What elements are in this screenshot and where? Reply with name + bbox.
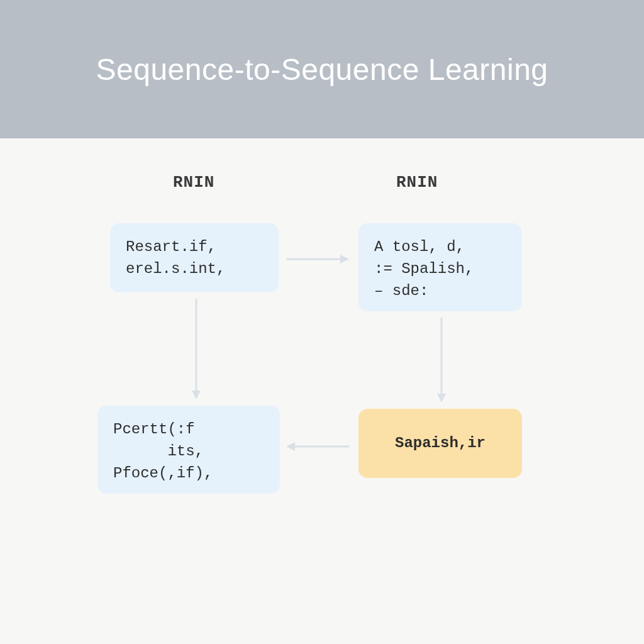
header-banner: Sequence-to-Sequence Learning (0, 0, 644, 138)
svg-marker-7 (286, 442, 295, 451)
rnn-label-left: RNIN (173, 173, 214, 192)
page-title: Sequence-to-Sequence Learning (96, 52, 548, 87)
node-bottom-right: Sapaish,ir (358, 409, 522, 478)
svg-marker-3 (192, 391, 201, 399)
arrow-left-icon (286, 439, 349, 454)
diagram-canvas: RNIN RNIN Resart.if, erel.s.int, A tosl,… (0, 138, 644, 644)
node-top-right: A tosl, d, := Spalish, – sde: (358, 223, 522, 311)
rnn-label-right: RNIN (396, 173, 438, 192)
node-top-left: Resart.if, erel.s.int, (110, 223, 279, 292)
arrow-down-icon (189, 299, 204, 399)
svg-marker-5 (437, 394, 446, 402)
arrow-down-icon (434, 318, 449, 402)
arrow-right-icon (286, 252, 349, 267)
node-bottom-left: Pcertt(:f its, Pfoce(,if), (97, 406, 280, 494)
svg-marker-1 (340, 255, 349, 264)
